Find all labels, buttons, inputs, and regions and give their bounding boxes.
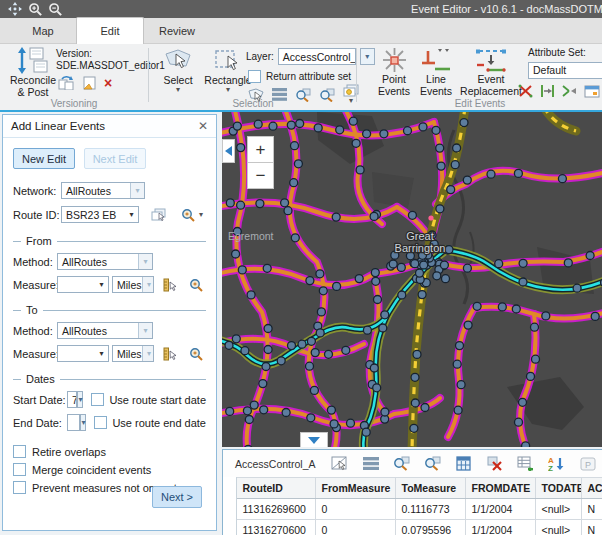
select-dropdown-caret[interactable]: ▾ xyxy=(176,86,180,94)
table-statistics-icon[interactable] xyxy=(454,455,474,473)
select-route-on-map-icon[interactable] xyxy=(151,208,167,222)
map-zoom-out-button[interactable]: − xyxy=(247,162,274,189)
zoom-out-icon[interactable] xyxy=(46,1,64,17)
table-layer-name[interactable]: AccessControl_A xyxy=(235,458,316,470)
end-date-label: End Date: xyxy=(13,417,67,429)
event-point-marker xyxy=(243,407,251,415)
point-events-button[interactable]: Point Events xyxy=(374,47,414,97)
table-cell[interactable]: 0 xyxy=(315,499,395,520)
zoom-route-button[interactable]: ▾ xyxy=(181,208,203,222)
close-icon[interactable]: ✕ xyxy=(198,119,208,133)
table-pan-to-selection-icon[interactable] xyxy=(423,455,443,473)
table-cell[interactable]: 0 xyxy=(315,520,395,535)
end-date-dropdown-arrow[interactable]: ▾ xyxy=(80,414,86,431)
end-date-input[interactable] xyxy=(67,414,80,431)
collapse-table-button[interactable] xyxy=(300,432,328,447)
event-point-marker xyxy=(347,419,355,427)
table-cell[interactable]: N xyxy=(581,520,602,535)
to-method-dropdown[interactable]: AllRoutes▾ xyxy=(57,322,153,339)
next-edit-button[interactable]: Next Edit xyxy=(84,148,146,169)
map-viewport[interactable]: Egremont Great Barrington + − xyxy=(222,112,602,447)
table-clear-selection-icon[interactable] xyxy=(485,455,505,473)
table-cell[interactable]: 0.1116773 xyxy=(395,499,465,520)
from-unit-dropdown[interactable]: Miles▾ xyxy=(112,276,154,293)
table-cell[interactable]: 1/1/2004 xyxy=(465,499,535,520)
event-point-marker xyxy=(410,424,418,432)
use-route-start-date-checkbox[interactable] xyxy=(91,393,104,406)
table-row[interactable]: 1131626960000.11167731/1/2004<null>N xyxy=(223,499,602,520)
pan-icon[interactable] xyxy=(6,1,24,17)
event-point-marker xyxy=(262,363,270,371)
from-method-dropdown[interactable]: AllRoutes▾ xyxy=(57,253,153,270)
column-header[interactable]: ToMeasure xyxy=(395,478,465,499)
table-cell[interactable]: <null> xyxy=(535,499,581,520)
from-zoom-icon[interactable] xyxy=(189,278,204,292)
to-measure-pick-icon[interactable] xyxy=(163,347,177,361)
select-tool-button[interactable]: Select ▾ xyxy=(158,47,198,94)
merge-coincident-events-checkbox[interactable] xyxy=(13,463,26,476)
route-id-dropdown-arrow[interactable]: ▾ xyxy=(125,207,138,222)
change-version-icon[interactable] xyxy=(58,76,75,90)
retire-overlaps-checkbox[interactable] xyxy=(13,445,26,458)
event-point-marker xyxy=(241,347,249,355)
event-attributes-window-icon[interactable] xyxy=(584,85,600,98)
attribute-set-dropdown[interactable]: Default xyxy=(528,62,602,79)
event-point-marker xyxy=(256,200,264,208)
tab-edit[interactable]: Edit xyxy=(76,17,144,44)
network-dropdown-arrow[interactable]: ▾ xyxy=(130,183,144,198)
zoom-in-icon[interactable] xyxy=(26,1,44,17)
table-attributes-icon[interactable] xyxy=(361,455,381,473)
start-date-dropdown-arrow[interactable]: ▾ xyxy=(77,391,83,408)
table-add-records-icon[interactable] xyxy=(516,455,536,473)
table-row[interactable]: 1131627060000.07955961/1/2004<null>N xyxy=(223,520,602,535)
from-measure-pick-icon[interactable] xyxy=(163,278,177,292)
to-unit-dropdown[interactable]: Miles▾ xyxy=(112,345,154,362)
table-sort-icon[interactable]: AZ xyxy=(547,455,567,473)
map-zoom-in-button[interactable]: + xyxy=(247,136,274,163)
table-zoom-to-selection-icon[interactable] xyxy=(392,455,412,473)
event-point-marker xyxy=(226,199,234,207)
new-version-icon[interactable] xyxy=(82,76,97,90)
network-dropdown[interactable]: AllRoutes▾ xyxy=(61,182,145,199)
use-route-end-date-checkbox[interactable] xyxy=(94,416,107,429)
layer-dropdown[interactable]: AccessControl_A xyxy=(278,48,356,65)
column-header[interactable]: RouteID xyxy=(236,478,315,499)
column-header[interactable]: FromMeasure xyxy=(315,478,395,499)
event-point-marker xyxy=(413,350,421,358)
next-button[interactable]: Next > xyxy=(152,486,202,508)
line-events-button[interactable]: Line Events xyxy=(416,47,456,97)
tab-map[interactable]: Map xyxy=(10,18,76,43)
new-edit-button[interactable]: New Edit xyxy=(13,148,75,169)
to-measure-combo[interactable]: ▾ xyxy=(57,345,109,362)
column-header[interactable]: TODATE xyxy=(535,478,581,499)
split-event-icon[interactable] xyxy=(518,84,533,98)
rectangle-dropdown-caret[interactable]: ▾ xyxy=(226,86,230,94)
table-cell[interactable]: N xyxy=(581,499,602,520)
tab-review[interactable]: Review xyxy=(144,18,210,43)
table-report-icon-disabled[interactable]: P xyxy=(578,455,598,473)
event-point-marker xyxy=(512,305,520,313)
table-cell[interactable]: 1/1/2004 xyxy=(465,520,535,535)
table-cell[interactable]: 0.0795596 xyxy=(395,520,465,535)
delete-version-icon[interactable]: × xyxy=(104,76,112,90)
network-label: Network: xyxy=(13,185,61,197)
merge-events-icon[interactable] xyxy=(562,84,577,98)
table-cell[interactable]: 11316270600 xyxy=(236,520,315,535)
from-measure-combo[interactable]: ▾ xyxy=(57,276,109,293)
event-point-marker xyxy=(532,355,540,363)
route-id-dropdown[interactable]: BSR23 EB▾ xyxy=(61,206,139,223)
table-cell[interactable]: <null> xyxy=(535,520,581,535)
event-point-marker xyxy=(457,381,465,389)
translate-measures-icon[interactable] xyxy=(540,84,555,98)
start-date-input[interactable]: 7/18/ xyxy=(67,391,77,408)
event-replacement-button[interactable]: Event Replacement xyxy=(458,47,524,97)
return-attribute-set-checkbox[interactable] xyxy=(248,70,261,83)
column-header[interactable]: FROMDATE xyxy=(465,478,535,499)
table-select-features-icon[interactable] xyxy=(330,455,350,473)
collapse-panel-button[interactable] xyxy=(222,139,235,163)
prevent-measures-checkbox[interactable] xyxy=(13,481,26,494)
table-cell[interactable]: 11316269600 xyxy=(236,499,315,520)
reconcile-post-button[interactable]: Reconcile & Post xyxy=(6,47,60,98)
to-zoom-icon[interactable] xyxy=(189,347,204,361)
column-header[interactable]: AC xyxy=(581,478,602,499)
